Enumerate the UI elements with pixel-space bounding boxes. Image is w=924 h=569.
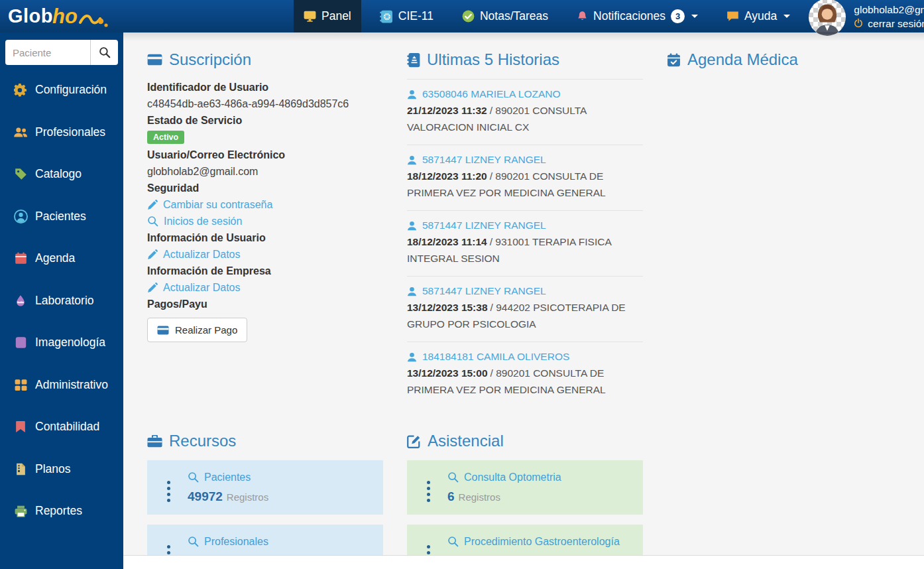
sidebar-item-label: Pacientes — [35, 210, 86, 223]
sidebar-item-agenda[interactable]: Agenda — [0, 237, 123, 280]
history-datetime: 13/12/2023 15:00 — [407, 367, 488, 379]
user-avatar[interactable] — [809, 0, 846, 36]
pencil-icon — [147, 283, 158, 293]
update-company-link[interactable]: Actualizar Datos — [147, 279, 383, 296]
nav-item-panel[interactable]: Panel — [294, 0, 361, 32]
sidebar-item-administrativo[interactable]: Administrativo — [0, 364, 123, 407]
nav-item-label: Panel — [321, 9, 351, 23]
brand-logo[interactable]: Globho — [0, 0, 123, 32]
nav-item-label: Notas/Tareas — [480, 9, 548, 23]
change-password-link[interactable]: Cambiar su contraseña — [147, 196, 383, 213]
nav-item-notas-tareas[interactable]: Notas/Tareas — [452, 0, 558, 32]
nav-item-ayuda[interactable]: Ayuda — [717, 0, 800, 32]
main-content: Suscripción Identificador de Usuario c48… — [123, 32, 924, 569]
pay-button[interactable]: Realizar Pago — [147, 318, 247, 342]
resource-link-profesionales[interactable]: Profesionales — [188, 536, 374, 548]
ellipsis-dots-icon — [427, 545, 430, 556]
app-window: Globho Panel — [0, 0, 924, 569]
search-icon — [188, 472, 199, 483]
histories-section: Ultimas 5 Historias 63508046 MARIELA LOZ… — [407, 50, 643, 407]
sidebar-item-label: Configuración — [35, 83, 107, 97]
sidebar-item-laboratorio[interactable]: Laboratorio — [0, 280, 123, 322]
card-body: Pacientes 49972Registros — [188, 472, 374, 504]
droplet-icon — [15, 294, 26, 307]
logins-link[interactable]: Inicios de sesión — [147, 213, 383, 229]
assistance-count: 6Registros — [447, 489, 634, 504]
history-detail: 18/12/2023 11:20/ 890201 CONSULTA DE PRI… — [407, 168, 643, 201]
count-unit: Registros — [459, 556, 500, 556]
patient-link[interactable]: 63508046 MARIELA LOZANO — [407, 88, 643, 100]
sidebar-item-configuracion[interactable]: Configuración — [0, 69, 123, 111]
resource-card-pacientes: Pacientes 49972Registros — [147, 460, 383, 515]
email-value: globholab2@gmail.com — [147, 163, 383, 180]
count-unit: Registros — [227, 491, 268, 503]
patient-link[interactable]: 5871447 LIZNEY RANGEL — [407, 220, 643, 231]
nav-item-cie11[interactable]: CIE-11 — [370, 0, 443, 32]
top-navbar: Globho Panel — [0, 0, 924, 32]
bookmark-icon — [15, 420, 26, 433]
resource-label: Profesionales — [204, 536, 268, 548]
person-icon — [407, 286, 417, 296]
bell-icon — [577, 11, 588, 23]
patient-label: 5871447 LIZNEY RANGEL — [422, 154, 546, 166]
briefcase-icon — [147, 435, 162, 448]
search-icon — [447, 536, 459, 547]
user-email: globholab2@gmail.com — [854, 3, 924, 17]
logout-label: cerrar sesión — [868, 17, 924, 31]
sidebar-item-catalogo[interactable]: Catalogo — [0, 153, 123, 196]
user-info-label: Información de Usuario — [147, 229, 383, 246]
search-icon — [99, 46, 111, 58]
medical-agenda-section: Agenda Médica — [667, 50, 903, 407]
subscription-title: Suscripción — [169, 50, 251, 70]
resource-card-profesionales: Profesionales 26Registros — [147, 525, 383, 556]
sidebar-item-label: Contabilidad — [35, 420, 99, 434]
users-icon — [13, 127, 28, 138]
patient-link[interactable]: 5871447 LIZNEY RANGEL — [407, 154, 643, 166]
update-user-link[interactable]: Actualizar Datos — [147, 246, 383, 263]
person-icon — [407, 221, 417, 231]
history-detail: 13/12/2023 15:00/ 890201 CONSULTA DE PRI… — [407, 365, 643, 398]
sidebar-item-contabilidad[interactable]: Contabilidad — [0, 406, 123, 448]
change-password-label: Cambiar su contraseña — [163, 196, 272, 213]
patient-link[interactable]: 5871447 LIZNEY RANGEL — [407, 285, 643, 297]
nav-item-label: CIE-11 — [398, 9, 433, 23]
sidebar-item-label: Administrativo — [35, 378, 108, 392]
card-body: Consulta Optometria 6Registros — [447, 472, 634, 504]
assistance-label: Consulta Optometria — [464, 472, 561, 483]
patient-search-button[interactable] — [90, 40, 118, 65]
nav-item-notificaciones[interactable]: Notificaciones 3 — [567, 0, 708, 32]
power-icon — [854, 19, 863, 28]
patient-search-input[interactable] — [5, 40, 90, 65]
subscription-header: Suscripción — [147, 50, 383, 70]
search-icon — [147, 216, 158, 227]
card-body: Procedimiento Gastroenterología 2Registr… — [447, 536, 634, 556]
histories-header: Ultimas 5 Historias — [407, 50, 643, 70]
history-detail: 21/12/2023 11:32/ 890201 CONSULTA VALORA… — [407, 102, 643, 135]
update-user-label: Actualizar Datos — [163, 246, 241, 263]
sidebar-item-planos[interactable]: Planos — [0, 448, 123, 491]
history-datetime: 21/12/2023 11:32 — [407, 105, 487, 116]
sidebar-item-imagenologia[interactable]: Imagenología — [0, 322, 123, 364]
subscription-section: Suscripción Identificador de Usuario c48… — [147, 50, 383, 407]
list-item: 5871447 LIZNEY RANGEL 18/12/2023 11:20/ … — [407, 145, 643, 210]
sidebar-item-profesionales[interactable]: Profesionales — [0, 111, 123, 154]
user-block: globholab2@gmail.com cerrar sesión — [809, 0, 924, 32]
assistance-title: Asistencial — [428, 431, 504, 451]
assistance-header: Asistencial — [407, 431, 643, 451]
logout-link[interactable]: cerrar sesión — [854, 17, 924, 31]
ellipsis-dots-icon — [427, 481, 430, 502]
security-label: Seguridad — [147, 180, 383, 196]
patient-search-group — [5, 40, 118, 65]
user-meta: globholab2@gmail.com cerrar sesión — [854, 3, 924, 31]
assistance-link-optometria[interactable]: Consulta Optometria — [447, 472, 634, 483]
sidebar-item-pacientes[interactable]: Pacientes — [0, 196, 123, 238]
calendar-check-icon — [667, 53, 681, 67]
resource-link-pacientes[interactable]: Pacientes — [188, 472, 374, 483]
ellipsis-dots-icon — [167, 545, 170, 556]
sidebar-item-reportes[interactable]: Reportes — [0, 490, 123, 533]
sidebar-item-label: Catalogo — [35, 167, 82, 181]
histories-list: 63508046 MARIELA LOZANO 21/12/2023 11:32… — [407, 79, 643, 407]
patient-link[interactable]: 184184181 CAMILA OLIVEROS — [407, 351, 643, 363]
zip-file-icon — [16, 463, 26, 475]
assistance-link-gastroenterologia[interactable]: Procedimiento Gastroenterología — [447, 536, 634, 548]
